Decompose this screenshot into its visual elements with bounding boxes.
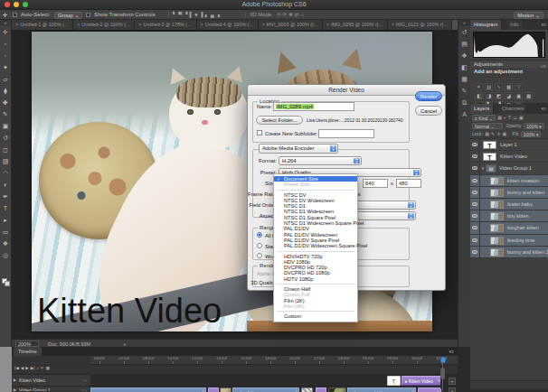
range-radio[interactable] [257,243,262,248]
align-icon[interactable]: ▝ [184,12,187,17]
size-menu-item[interactable]: HDTV 1080p [274,276,357,282]
visibility-cell[interactable] [470,235,480,246]
layer-row[interactable]: kitten invasion [470,175,548,187]
fill-value[interactable]: 100% ▾ [521,131,542,137]
layer-row[interactable]: ▼▤Video Group 1 [470,163,548,174]
add-media-button-2[interactable]: + [449,387,456,392]
size-menu-item[interactable]: Preset Size [274,182,357,187]
layer-row[interactable]: TKitten Video [470,151,548,163]
visibility-cell[interactable] [470,139,480,150]
history-panel-icon[interactable]: ↺ [458,26,470,38]
align-icon[interactable]: ▗ [216,12,220,17]
magic-wand-tool[interactable]: ✦ [0,61,11,73]
layers-panel-menu-icon[interactable]: ▾≡ [542,106,546,111]
range-radio[interactable] [257,232,262,238]
size-menu-item[interactable]: PAL D1/DV Widescreen Square Pixel [274,243,357,248]
size-menu-item[interactable]: Custom [274,313,357,319]
tab-channels[interactable]: Channels [498,104,529,114]
transition-icon[interactable]: ▦ [46,364,50,372]
next-frame-icon[interactable]: ▶| [31,364,35,372]
current-tool-icon[interactable]: ✛ [3,12,7,19]
filter-pixel-icon[interactable]: ▦ [497,115,502,121]
timeline-clip[interactable] [220,387,231,392]
document-tab[interactable]: ×Untitled-1 @ 100% (… [12,20,73,30]
marquee-tool[interactable]: ▫ [0,38,11,50]
eyedropper-tool[interactable]: ⧫ [0,85,11,97]
histogram-panel-menu-icon[interactable]: ▾≡ [542,22,546,27]
timeline-clip[interactable]: ▸ bunny and kitten⊓ [347,387,416,392]
filter-smart-icon[interactable]: ▣ [519,115,524,121]
workspace-switcher[interactable]: Motion ⌄ [514,12,543,19]
clone-stamp-tool[interactable]: ▣ [0,120,11,132]
auto-select-mode-dropdown[interactable]: Group ⌄ [54,12,82,19]
filter-shape-icon[interactable]: ▭ [513,115,517,121]
timeline-clip[interactable] [208,387,219,392]
visibility-cell[interactable] [470,151,480,162]
lock-transparent-icon[interactable]: ▦ [485,131,489,137]
align-icon[interactable]: ▐ [200,12,203,17]
close-tab-icon[interactable]: × [201,22,203,27]
align-icon[interactable]: ▖ [205,12,209,17]
lock-position-icon[interactable]: ✛ [496,131,500,137]
lock-all-icon[interactable]: ▣ [502,131,506,137]
document-tab[interactable]: ×IMG_0121 @ 100% (I… [388,20,453,30]
mode3d-icon[interactable]: ⇄ [295,12,299,17]
auto-select-checkbox[interactable] [13,13,17,17]
layer-row[interactable]: TLayer 1 [470,139,548,151]
layer-row[interactable]: feeding time [470,235,548,247]
crop-tool[interactable]: ▱ [0,73,11,85]
eye-icon[interactable] [472,238,477,242]
layer-row[interactable]: bunny and kitten [470,187,548,199]
lock-pixels-icon[interactable]: ✎ [491,131,495,137]
path-selection-tool[interactable]: ▸ [0,214,11,226]
encoder-dropdown[interactable]: Adobe Media Encoder▲▼ [259,144,338,154]
status-options-arrow[interactable]: ▸ [124,341,127,347]
hand-tool[interactable]: ❖ [0,238,11,249]
color-swatches[interactable] [2,278,10,286]
filename-input[interactable]: IMG_0289.mp4 [273,102,354,111]
move-tool[interactable]: ✛ [0,26,11,38]
type-tool[interactable]: T [0,202,11,214]
brush-tool[interactable]: ✎ [0,108,11,120]
eye-icon[interactable] [472,166,477,170]
cancel-button[interactable]: Cancel [415,106,442,116]
visibility-cell[interactable] [470,222,480,233]
eraser-tool[interactable]: ◻ [0,144,11,155]
clone-source-panel-icon[interactable]: ⧉ [458,97,470,108]
visibility-cell[interactable] [470,199,480,210]
document-tab[interactable]: ×IMG_0295 @ 100% (I… [323,20,388,30]
styles-panel-icon[interactable]: ❖ [458,50,470,61]
size-menu-item[interactable]: Film (4K) [274,303,357,309]
eye-icon[interactable] [472,154,477,158]
render-button[interactable]: Render [415,91,442,101]
visibility-cell[interactable] [470,175,480,186]
align-icon[interactable]: ■ [194,12,197,17]
subfolder-name-input[interactable] [318,129,374,138]
blend-mode-dropdown[interactable]: Normal ⌄ [472,123,503,129]
layer-row[interactable]: tiny kitten [470,210,548,222]
adjustments-panel-menu-icon[interactable]: «≡ [541,62,546,70]
tab-timeline[interactable]: Timeline [14,347,42,356]
adjustments-panel-header[interactable]: Adjustments «≡ [470,60,548,68]
eye-icon[interactable] [472,191,477,194]
timeline-ruler[interactable]: 04:00f06:00f08:00f10:00f12:00f14:00f16:0… [90,356,458,365]
go-to-first-frame-icon[interactable]: |◀ [14,364,19,372]
eye-icon[interactable] [472,143,477,146]
expand-panels-icon[interactable]: « [458,20,470,26]
create-subfolder-checkbox[interactable] [257,130,262,135]
character-panel-icon[interactable]: A [458,108,470,120]
filter-adjustment-icon[interactable]: ◐ [504,115,506,121]
swatches-panel-icon[interactable]: ▦ [458,73,470,85]
align-icon[interactable]: ▄ [211,12,214,17]
brush-panel-icon[interactable]: ✎ [458,85,470,97]
timeline-clip[interactable] [301,387,313,392]
previous-frame-icon[interactable]: ◀ [21,364,24,372]
filter-type-icon[interactable]: T [508,115,511,121]
visibility-cell[interactable] [470,210,480,221]
eye-icon[interactable] [472,250,477,254]
tab-info[interactable]: Info [506,20,524,30]
timeline-clip[interactable]: feeding time⊓ [90,387,206,392]
format-dropdown[interactable]: H.264▲▼ [279,156,362,165]
layer-row[interactable]: foster baby [470,199,548,210]
dodge-tool[interactable]: ◐ [0,179,11,191]
